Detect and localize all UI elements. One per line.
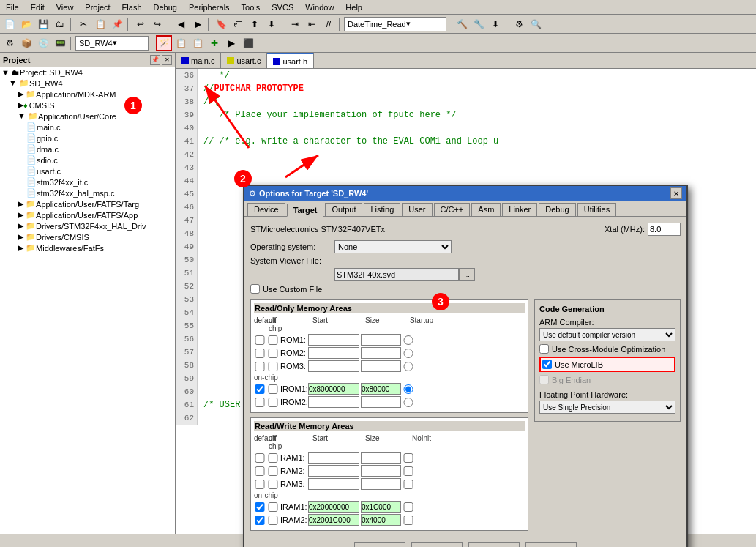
sysviewer-input[interactable] xyxy=(334,268,459,281)
target-dropdown[interactable]: DateTime_Read▾ xyxy=(344,17,446,31)
help-btn[interactable]: Help xyxy=(525,542,577,547)
build-btn[interactable]: 🔨 xyxy=(454,16,470,32)
tree-item[interactable]: 📄 sdio.c xyxy=(0,155,175,165)
save-btn[interactable]: 💾 xyxy=(35,16,51,32)
menu-help[interactable]: Help xyxy=(340,1,368,13)
ok-btn[interactable]: OK xyxy=(354,542,405,547)
iram1-size[interactable] xyxy=(361,501,401,513)
dialog-close-btn[interactable]: ✕ xyxy=(670,187,682,199)
ram2-noinit[interactable] xyxy=(403,466,414,476)
tree-item[interactable]: ▶ 📁 Application/MDK-ARM xyxy=(0,89,175,100)
menu-view[interactable]: View xyxy=(50,1,80,13)
open-btn[interactable]: 📂 xyxy=(18,16,34,32)
tab-usart-h[interactable]: usart.h xyxy=(267,53,314,68)
tree-item[interactable]: ▶ 📁 Drivers/CMSIS xyxy=(0,231,175,242)
settings-btn[interactable]: ⚙ xyxy=(511,16,527,32)
tb2-btn1[interactable]: ⚙ xyxy=(1,35,18,51)
irom1-start[interactable] xyxy=(308,383,359,395)
ram1-offchip-check[interactable] xyxy=(267,453,279,463)
irom2-offchip-check[interactable] xyxy=(267,398,279,407)
dialog-tab-debug[interactable]: Debug xyxy=(539,203,575,216)
bookmark2-btn[interactable]: 🏷 xyxy=(230,16,246,32)
tree-item[interactable]: 📄 stm32f4xx_it.c xyxy=(0,176,175,187)
dialog-tab-linker[interactable]: Linker xyxy=(502,203,537,216)
ram3-default-check[interactable] xyxy=(254,480,266,489)
dialog-tab-target[interactable]: Target xyxy=(287,204,324,217)
dialog-tab-device[interactable]: Device xyxy=(247,203,285,216)
ram2-start[interactable] xyxy=(308,465,359,477)
ram3-offchip-check[interactable] xyxy=(267,480,279,489)
dialog-tab-listing[interactable]: Listing xyxy=(364,203,400,216)
magic-wand-btn[interactable]: 🪄 xyxy=(156,35,172,51)
rom1-startup[interactable] xyxy=(403,335,414,345)
tree-item[interactable]: 📄 main.c xyxy=(0,122,175,133)
ram3-start[interactable] xyxy=(308,478,359,490)
tree-item[interactable]: 📄 dma.c xyxy=(0,144,175,155)
menu-tools[interactable]: Tools xyxy=(236,1,266,13)
iram2-size[interactable] xyxy=(361,514,401,526)
iram2-noinit[interactable] xyxy=(403,516,414,525)
rom2-start[interactable] xyxy=(308,347,359,359)
dialog-tab-utilities[interactable]: Utilities xyxy=(577,203,616,216)
sidebar-pin-btn[interactable]: 📌 xyxy=(150,55,160,65)
irom1-startup[interactable] xyxy=(403,384,414,394)
rom3-offchip-check[interactable] xyxy=(267,362,279,371)
menu-file[interactable]: File xyxy=(0,1,25,13)
project-dropdown[interactable]: SD_RW4▾ xyxy=(75,36,149,51)
irom2-start[interactable] xyxy=(308,396,359,408)
ram3-noinit[interactable] xyxy=(403,480,414,489)
menu-flash[interactable]: Flash xyxy=(116,1,148,13)
rom1-size[interactable] xyxy=(361,334,401,346)
irom2-startup[interactable] xyxy=(403,398,414,407)
dialog-tab-output[interactable]: Output xyxy=(325,203,362,216)
irom2-size[interactable] xyxy=(361,396,401,408)
tb2-btn6[interactable]: 📋 xyxy=(173,35,189,51)
tree-item[interactable]: ▼ 📁 Application/User/Core xyxy=(0,111,175,122)
menu-project[interactable]: Project xyxy=(79,1,116,13)
nav-back-btn[interactable]: ◀ xyxy=(173,16,189,32)
cross-module-checkbox[interactable] xyxy=(539,344,549,354)
custom-file-checkbox[interactable] xyxy=(250,284,260,294)
microlib-checkbox[interactable] xyxy=(542,360,552,369)
indent-btn[interactable]: ⇥ xyxy=(287,16,303,32)
tb2-btn3[interactable]: 💿 xyxy=(35,35,51,51)
iram1-start[interactable] xyxy=(308,501,359,513)
tb2-btn4[interactable]: 📟 xyxy=(52,35,68,51)
iram2-start[interactable] xyxy=(308,514,359,526)
rom1-default-check[interactable] xyxy=(254,335,266,345)
ram2-size[interactable] xyxy=(361,465,401,477)
tree-item[interactable]: 📄 stm32f4xx_hal_msp.c xyxy=(0,187,175,198)
tb2-btn2[interactable]: 📦 xyxy=(18,35,34,51)
ram2-default-check[interactable] xyxy=(254,466,266,476)
rom2-offchip-check[interactable] xyxy=(267,349,279,358)
ram1-size[interactable] xyxy=(361,452,401,464)
ram1-start[interactable] xyxy=(308,452,359,464)
iram1-noinit[interactable] xyxy=(403,502,414,512)
tb2-btn10[interactable]: ⬛ xyxy=(240,35,256,51)
dialog-tab-cpp[interactable]: C/C++ xyxy=(434,203,471,216)
rom3-default-check[interactable] xyxy=(254,362,266,371)
rom3-size[interactable] xyxy=(361,360,401,372)
arm-compiler-select[interactable]: Use default compiler version xyxy=(539,328,675,341)
tree-item[interactable]: ▶ 📁 Drivers/STM32F4xx_HAL_Driv xyxy=(0,220,175,231)
iram2-offchip-check[interactable] xyxy=(267,516,279,525)
rom3-start[interactable] xyxy=(308,360,359,372)
tree-item[interactable]: ▼ 🖿 Project: SD_RW4 xyxy=(0,67,175,78)
rebuild-btn[interactable]: 🔧 xyxy=(471,16,487,32)
iram1-default-check[interactable] xyxy=(254,502,266,512)
rom2-startup[interactable] xyxy=(403,349,414,358)
irom2-default-check[interactable] xyxy=(254,398,266,407)
rom1-offchip-check[interactable] xyxy=(267,335,279,345)
xtal-input[interactable] xyxy=(648,223,681,236)
tab-main[interactable]: main.c xyxy=(176,53,221,68)
search-btn[interactable]: 🔍 xyxy=(528,16,544,32)
undo-btn[interactable]: ↩ xyxy=(132,16,149,32)
menu-svcs[interactable]: SVCS xyxy=(266,1,299,13)
dialog-tab-user[interactable]: User xyxy=(402,203,432,216)
iram1-offchip-check[interactable] xyxy=(267,502,279,512)
menu-edit[interactable]: Edit xyxy=(25,1,50,13)
paste-btn[interactable]: 📌 xyxy=(109,16,125,32)
irom1-offchip-check[interactable] xyxy=(267,384,279,394)
bookmark-btn[interactable]: 🔖 xyxy=(213,16,229,32)
tree-item[interactable]: ▶ 📁 Middlewares/FatFs xyxy=(0,242,175,253)
